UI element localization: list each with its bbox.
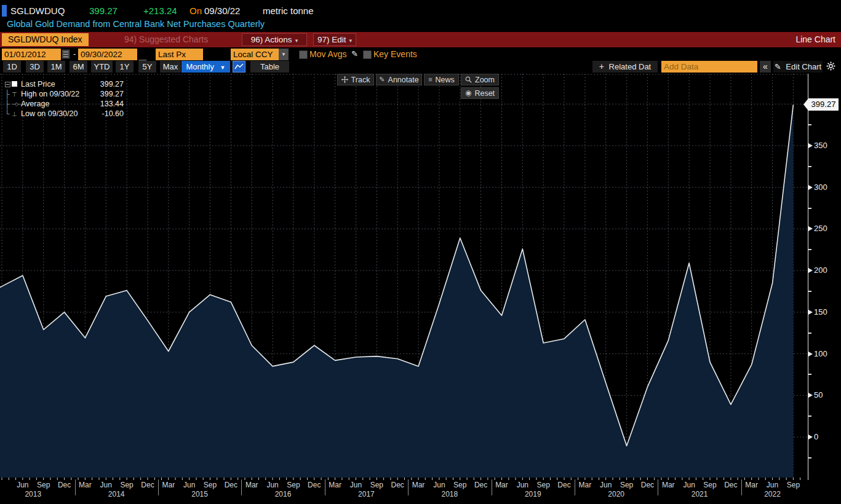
- x-axis-month-label: Mar: [658, 481, 679, 489]
- y-axis-label: 350: [814, 141, 827, 150]
- x-axis-month-label: Sep: [116, 481, 137, 489]
- y-axis-label: 200: [814, 266, 827, 275]
- year-separator: [75, 479, 76, 495]
- legend-row-low[interactable]: └ ⊥ Low on 09/30/20 -10.60: [5, 109, 124, 119]
- x-axis-year-label: 2020: [598, 490, 635, 498]
- x-axis-month-label: Jun: [262, 481, 283, 489]
- y-axis-label: 50: [814, 390, 823, 400]
- x-axis-month-label: Jun: [762, 481, 783, 489]
- y-axis-minor-tick: [808, 124, 811, 125]
- y-axis-tick-arrow: [808, 226, 813, 231]
- y-axis-label: 0: [814, 432, 818, 441]
- x-axis-month-label: Sep: [200, 481, 221, 489]
- high-marker-icon: ⊤: [12, 91, 21, 98]
- year-separator: [741, 479, 742, 495]
- year-separator: [158, 479, 159, 495]
- x-axis-month-label: Jun: [346, 481, 367, 489]
- x-axis-month-label: Dec: [471, 481, 492, 489]
- reset-label: Reset: [474, 89, 495, 98]
- legend-value: 133.44: [100, 100, 124, 108]
- legend-label: Average: [21, 100, 100, 108]
- year-separator: [575, 479, 575, 495]
- news-button[interactable]: ≡ News: [424, 74, 459, 85]
- average-marker-icon: ─◇─: [12, 101, 21, 107]
- x-axis-year-label: 2018: [431, 490, 468, 498]
- x-axis-month-label: Jun: [512, 481, 533, 489]
- zoom-label: Zoom: [475, 76, 495, 84]
- badge-arrow-icon: [803, 98, 808, 111]
- x-axis-month-label: Dec: [304, 481, 325, 489]
- series-area-fill: [0, 104, 793, 478]
- chart-legend: Last Price 399.27 ├ ⊤ High on 09/30/22 3…: [5, 79, 124, 120]
- year-separator: [408, 479, 409, 495]
- x-axis-month-label: Sep: [700, 481, 720, 489]
- x-axis-month-label: Sep: [33, 481, 54, 489]
- x-axis-month-label: Mar: [325, 481, 346, 489]
- bloomberg-chart-window: SGLDWDUQ 399.27 +213.24 On 09/30/22 metr…: [0, 0, 841, 504]
- zoom-button[interactable]: Zoom: [461, 74, 499, 85]
- x-axis-month-label: Sep: [616, 481, 637, 489]
- last-price-swatch-icon: [12, 81, 21, 88]
- x-axis-month-label: Dec: [220, 481, 241, 489]
- x-axis-month-label: Mar: [74, 481, 95, 489]
- y-axis-minor-tick: [808, 249, 811, 250]
- year-separator: [658, 479, 658, 495]
- x-axis-year-label: 2014: [98, 490, 135, 498]
- x-axis-month-label: Mar: [575, 481, 596, 489]
- tree-branch: ├: [5, 100, 12, 108]
- x-axis-year-label: 2017: [348, 490, 385, 498]
- magnifier-icon: [465, 76, 472, 83]
- x-axis-month-label: Dec: [637, 481, 658, 489]
- x-axis-month-label: Dec: [554, 481, 575, 489]
- x-axis-month-label: Jun: [179, 481, 200, 489]
- x-axis-month-label: Mar: [741, 481, 762, 489]
- track-label: Track: [351, 76, 370, 84]
- y-axis-label: 250: [814, 224, 827, 233]
- y-axis-label: 100: [814, 349, 827, 358]
- y-axis-tick-arrow: [808, 185, 813, 190]
- tree-expander[interactable]: [5, 81, 12, 89]
- year-separator: [492, 479, 492, 495]
- x-axis-month-label: Mar: [408, 481, 429, 489]
- reset-button[interactable]: ◉ Reset: [461, 87, 499, 99]
- legend-label: Last Price: [21, 80, 100, 89]
- annotate-button[interactable]: ✎ Annotate: [376, 74, 422, 85]
- x-axis-year-label: 2019: [514, 490, 551, 498]
- news-label: News: [436, 76, 455, 84]
- legend-value: 399.27: [100, 80, 124, 89]
- legend-label: Low on 09/30/20: [21, 109, 102, 118]
- tree-branch-end: └: [5, 110, 12, 118]
- x-axis-year-label: 2022: [754, 490, 791, 498]
- x-axis-month-label: Jun: [596, 481, 616, 489]
- x-axis-month-label: Mar: [491, 481, 512, 489]
- x-axis-year-label: 2021: [681, 490, 718, 498]
- legend-row-last-price[interactable]: Last Price 399.27: [5, 79, 124, 89]
- y-axis-label: 150: [814, 307, 827, 317]
- track-button[interactable]: Track: [337, 74, 374, 85]
- y-axis-tick-arrow: [808, 435, 813, 439]
- y-axis-tick-arrow: [808, 393, 813, 398]
- x-axis-month-label: Sep: [533, 481, 554, 489]
- news-lines-icon: ≡: [428, 76, 432, 83]
- x-axis-month-label: Mar: [241, 481, 262, 489]
- x-axis-month-label: Dec: [137, 481, 158, 489]
- y-axis-label: 300: [814, 183, 827, 192]
- y-axis-minor-tick: [808, 166, 811, 167]
- y-axis-minor-tick: [808, 457, 811, 459]
- reset-icon: ◉: [465, 90, 471, 96]
- x-axis-month-label: Sep: [283, 481, 304, 489]
- x-axis-month-label: Jun: [679, 481, 700, 489]
- year-separator: [241, 479, 242, 495]
- x-axis-month-label: Jun: [95, 481, 116, 489]
- y-axis-minor-tick: [808, 333, 811, 334]
- legend-value: 399.27: [100, 90, 124, 98]
- x-axis-year-label: 2016: [265, 490, 301, 498]
- legend-row-high[interactable]: ├ ⊤ High on 09/30/22 399.27: [5, 89, 124, 99]
- y-axis-tick-arrow: [808, 143, 813, 148]
- x-axis-month-label: Dec: [54, 481, 75, 489]
- x-axis-month-label: Dec: [387, 481, 408, 489]
- badge-value: 399.27: [808, 98, 839, 111]
- x-axis-month-label: Sep: [450, 481, 471, 489]
- x-axis-month-label: Sep: [783, 481, 803, 489]
- legend-row-average[interactable]: ├ ─◇─ Average 133.44: [5, 99, 124, 109]
